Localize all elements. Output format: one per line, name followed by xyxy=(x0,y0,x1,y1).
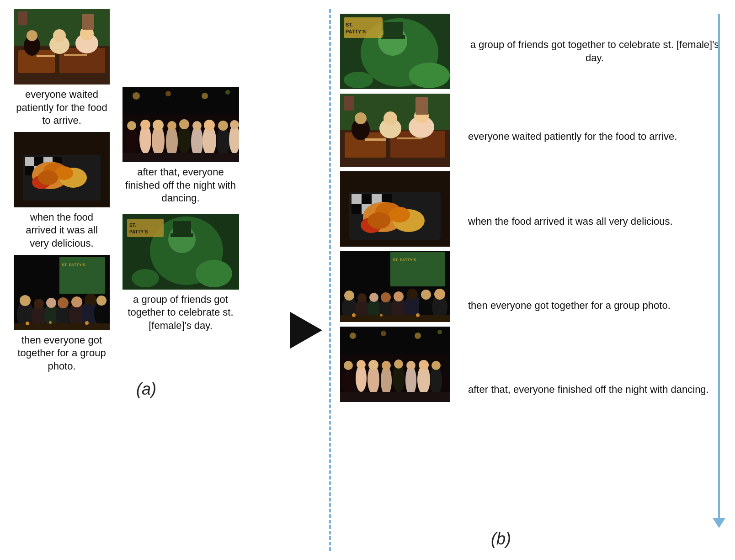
svg-rect-108 xyxy=(415,97,428,115)
svg-point-36 xyxy=(46,298,56,308)
svg-rect-165 xyxy=(340,392,450,402)
photo-b-restaurant-svg xyxy=(340,94,450,167)
arrow-down-line xyxy=(718,14,720,518)
svg-point-40 xyxy=(71,296,82,307)
photo-b-restaurant xyxy=(340,94,450,167)
svg-rect-116 xyxy=(352,204,362,214)
photo-dancing-svg xyxy=(122,87,239,162)
caption-wrapper-b-dancing: after that, everyone finished off the ni… xyxy=(463,352,726,428)
spacer1 xyxy=(463,93,726,96)
photo-b-stpatty-svg: ST. PATTY'S xyxy=(340,14,450,89)
svg-point-136 xyxy=(394,291,404,301)
arrow-down-container xyxy=(712,14,726,528)
svg-point-52 xyxy=(127,121,136,130)
spacer4 xyxy=(463,345,726,349)
svg-point-60 xyxy=(179,119,189,129)
svg-point-154 xyxy=(368,360,378,370)
photo-block-restaurant: everyone waited patiently for the food t… xyxy=(14,9,110,127)
caption-b-stpatty: a group of friends got together to celeb… xyxy=(463,38,726,64)
photo-dancing xyxy=(122,87,239,162)
svg-point-162 xyxy=(419,360,429,370)
caption-wrapper-b-food: when the food arrived it was all very de… xyxy=(463,184,726,259)
svg-text:ST.: ST. xyxy=(346,22,353,27)
svg-point-156 xyxy=(382,361,391,370)
svg-point-44 xyxy=(96,296,107,306)
photo-group-svg: ST. PATTY'S xyxy=(14,255,110,330)
svg-point-146 xyxy=(416,313,420,317)
svg-point-34 xyxy=(34,299,44,309)
photo-stpatty-svg: ST. PATTY'S xyxy=(122,214,239,290)
svg-rect-89 xyxy=(383,22,403,37)
svg-point-38 xyxy=(58,297,69,308)
photo-b-group-svg: ST. PATTY'S xyxy=(340,251,450,322)
svg-rect-112 xyxy=(352,194,362,204)
svg-point-58 xyxy=(167,121,176,130)
photo-restaurant-svg xyxy=(14,9,110,85)
svg-point-73 xyxy=(225,90,230,95)
photo-block-b-stpatty: ST. PATTY'S xyxy=(336,14,454,89)
svg-point-164 xyxy=(431,361,441,370)
col-photos-b: ST. PATTY'S xyxy=(336,9,454,551)
dashed-divider xyxy=(329,9,331,551)
svg-point-167 xyxy=(381,331,386,336)
main-container: everyone waited patiently for the food t… xyxy=(0,0,735,560)
svg-point-103 xyxy=(383,111,397,125)
caption-b-dancing: after that, everyone finished off the ni… xyxy=(463,383,714,396)
caption-group: then everyone got together for a group p… xyxy=(14,334,110,373)
svg-point-94 xyxy=(409,63,450,88)
svg-point-46 xyxy=(26,322,29,325)
caption-wrapper-b-restaurant: everyone waited patiently for the food t… xyxy=(463,100,726,173)
caption-b-group: then everyone got together for a group p… xyxy=(463,299,675,312)
svg-point-7 xyxy=(53,29,66,42)
photo-block-b-restaurant xyxy=(336,94,454,167)
svg-rect-11 xyxy=(64,54,87,56)
photo-b-dancing-svg xyxy=(340,327,450,402)
photo-b-stpatty: ST. PATTY'S xyxy=(340,14,450,89)
photo-b-food xyxy=(340,171,450,247)
caption-wrapper-b-stpatty: a group of friends got together to celeb… xyxy=(463,14,726,89)
caption-stpatty: a group of friends got together to celeb… xyxy=(122,293,239,333)
svg-point-145 xyxy=(380,314,383,317)
svg-point-66 xyxy=(218,121,228,131)
col-left: everyone waited patiently for the food t… xyxy=(5,9,110,377)
svg-rect-91 xyxy=(344,17,383,38)
svg-rect-69 xyxy=(122,153,239,162)
svg-point-5 xyxy=(27,30,37,41)
svg-point-123 xyxy=(368,212,390,229)
svg-rect-107 xyxy=(397,137,422,139)
photo-block-b-food xyxy=(336,171,454,247)
photo-restaurant xyxy=(14,9,110,85)
col-captions-b: a group of friends got together to celeb… xyxy=(454,9,726,551)
spacer3 xyxy=(463,263,726,267)
caption-b-restaurant: everyone waited patiently for the food t… xyxy=(463,130,682,143)
svg-rect-113 xyxy=(362,194,372,204)
svg-point-56 xyxy=(153,120,164,131)
svg-point-132 xyxy=(369,293,378,302)
svg-point-142 xyxy=(434,289,445,300)
svg-text:ST. PATTY'S: ST. PATTY'S xyxy=(393,258,416,262)
svg-point-160 xyxy=(406,361,415,370)
photo-b-dancing xyxy=(340,327,450,402)
panel-a-inner: everyone waited patiently for the food t… xyxy=(5,9,288,377)
caption-restaurant: everyone waited patiently for the food t… xyxy=(14,88,110,127)
svg-point-70 xyxy=(133,92,140,100)
caption-dancing: after that, everyone finished off the ni… xyxy=(122,166,239,205)
svg-point-144 xyxy=(352,313,356,317)
photo-group: ST. PATTY'S xyxy=(14,255,110,330)
svg-point-54 xyxy=(140,120,150,130)
arrow-right-icon xyxy=(290,312,322,349)
photo-stpatty: ST. PATTY'S xyxy=(122,214,239,290)
svg-rect-143 xyxy=(340,315,450,322)
svg-point-166 xyxy=(350,333,356,339)
svg-point-71 xyxy=(165,91,171,96)
svg-point-122 xyxy=(389,207,410,222)
photo-food-svg xyxy=(14,132,110,207)
svg-point-61 xyxy=(191,126,203,158)
caption-b-food: when the food arrived it was all very de… xyxy=(463,215,677,228)
spacer2 xyxy=(463,177,726,180)
svg-point-150 xyxy=(344,361,353,370)
svg-point-128 xyxy=(344,291,354,301)
arrow-down-icon xyxy=(713,518,725,528)
svg-point-168 xyxy=(415,333,421,339)
photo-block-dancing: after that, everyone finished off the ni… xyxy=(117,87,245,205)
